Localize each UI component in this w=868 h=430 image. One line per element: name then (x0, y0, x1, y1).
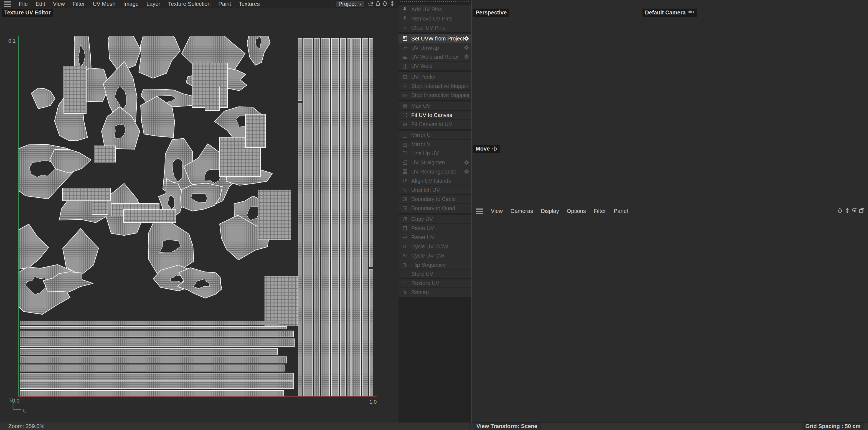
reset-icon: ↩ (401, 234, 409, 241)
command-fit-canvas-to-uv[interactable]: ⊞Fit Canvas to UV (399, 120, 471, 129)
uv-editor-pane: 0,1 V 0,0 1,0 U (0, 0, 399, 423)
command-reset-uv[interactable]: ↩Reset UV (399, 233, 471, 242)
menu-panel[interactable]: Panel (610, 207, 632, 215)
command-max-uv[interactable]: ⊠Max UV (399, 101, 471, 110)
command-uv-unwrap[interactable]: ▱UV Unwrap (399, 43, 471, 52)
command-label: Copy UV (411, 216, 433, 222)
viewport-label: Perspective (473, 9, 509, 17)
command-unstitch-uv[interactable]: ∿Unstitch UV (399, 185, 471, 194)
menu-view[interactable]: View (49, 0, 69, 8)
command-cycle-uv-ccw[interactable]: ↺Cycle UV CCW (399, 242, 471, 251)
command-label: Reset UV (411, 234, 434, 241)
command-label: Unstitch UV (411, 187, 440, 193)
command-line-up-uv[interactable]: Line Up UV (399, 149, 471, 158)
command-remap[interactable]: ↯Remap... (399, 288, 471, 297)
zoom-icon[interactable] (389, 0, 396, 7)
command-uv-weld-and-relax[interactable]: UV Weld and Relax (399, 52, 471, 61)
command-label: Set UVW from Projection (411, 35, 464, 42)
command-label: Start Interactive Mapping (411, 83, 469, 89)
histogram-icon[interactable] (367, 0, 374, 7)
camera-label[interactable]: Default Camera (643, 9, 697, 17)
weld-icon: [{ (401, 63, 409, 69)
svg-text:0,1: 0,1 (8, 38, 16, 44)
camera-icon (688, 9, 694, 16)
menu-paint[interactable]: Paint (214, 0, 235, 8)
store-icon: ↓ (401, 271, 409, 277)
command-align-uv-islands[interactable]: ↺Align UV Islands (399, 176, 471, 185)
menu-texture-selection[interactable]: Texture Selection (164, 0, 214, 8)
gear-icon[interactable] (464, 160, 469, 165)
paste-icon (401, 225, 409, 231)
command-uv-weld[interactable]: [{UV Weld (399, 62, 471, 70)
zoom-icon[interactable] (844, 207, 851, 214)
maximize-icon[interactable] (858, 207, 865, 214)
command-flip-sequence[interactable]: ⇅Flip Sequence (399, 260, 471, 269)
lock-icon[interactable] (374, 0, 381, 7)
command-label: UV Peeler (411, 74, 436, 80)
fituv-icon (401, 112, 409, 118)
align-icon: ↺ (401, 178, 409, 184)
command-label: Stop Interactive Mapping (411, 92, 469, 98)
menu-image[interactable]: Image (119, 0, 143, 8)
command-stop-interactive-mapping[interactable]: ⊘Stop Interactive Mapping (399, 91, 471, 99)
menu-layer[interactable]: Layer (143, 0, 164, 8)
grid-spacing-status: Grid Spacing : 50 cm (802, 423, 864, 430)
command-store-uv[interactable]: ↓Store UV (399, 270, 471, 278)
menu-textures[interactable]: Textures (235, 0, 264, 8)
command-mirror-v[interactable]: ▤Mirror V (399, 140, 471, 149)
command-uv-straighten[interactable]: UV Straighten (399, 158, 471, 167)
menu-display[interactable]: Display (537, 207, 563, 215)
project-dropdown-value: Project (339, 1, 356, 7)
menu-cameras[interactable]: Cameras (507, 207, 537, 215)
command-start-interactive-mapping[interactable]: ▷Start Interactive Mapping (399, 82, 471, 90)
command-restore-uv[interactable]: ↑Restore UV (399, 279, 471, 287)
gear-icon[interactable] (464, 169, 469, 174)
menu-uv-mesh[interactable]: UV Mesh (89, 0, 119, 8)
command-label: Cycle UV CCW (411, 243, 448, 250)
command-add-uv-pins[interactable]: Add UV Pins (399, 5, 471, 14)
command-paste-uv[interactable]: Paste UV (399, 224, 471, 233)
pan-icon[interactable] (381, 0, 389, 7)
pan-icon[interactable] (836, 207, 844, 214)
menu-file[interactable]: File (15, 0, 32, 8)
command-label: Remap... (411, 289, 433, 296)
command-label: Line Up UV (411, 150, 439, 157)
menu-filter[interactable]: Filter (69, 0, 89, 8)
uv-canvas[interactable]: 0,1 V 0,0 1,0 U (0, 0, 399, 423)
command-mirror-u[interactable]: ◫Mirror U (399, 130, 471, 140)
ban-icon: ⊘ (401, 92, 409, 98)
command-boundary-to-quad[interactable]: Boundary to Quad (399, 204, 471, 213)
gear-icon[interactable] (464, 45, 469, 51)
bodypaint-app: 0,1 V 0,0 1,0 U FileEditViewFilterUV Mes… (0, 0, 868, 430)
bquad-icon (401, 206, 409, 211)
command-remove-uv-pins[interactable]: Remove UV Pins (399, 14, 471, 23)
menu-edit[interactable]: Edit (32, 0, 49, 8)
flip-icon: ⇅ (401, 262, 409, 268)
menu-filter[interactable]: Filter (590, 207, 610, 215)
orbit-icon[interactable] (851, 207, 858, 214)
command-uv-peeler[interactable]: ⊟UV Peeler (399, 72, 471, 81)
command-copy-uv[interactable]: Copy UV (399, 215, 471, 223)
project-dropdown[interactable]: Project ▾ (336, 1, 364, 7)
iron-icon (401, 54, 409, 60)
command-fit-uv-to-canvas[interactable]: Fit UV to Canvas (399, 111, 471, 120)
gear-icon[interactable] (464, 54, 469, 60)
command-label: Boundary to Quad (411, 205, 455, 212)
command-uv-rectangularize[interactable]: UV Rectangularize (399, 167, 471, 176)
hamburger-menu-icon[interactable] (476, 209, 483, 214)
command-boundary-to-circle[interactable]: Boundary to Circle (399, 195, 471, 204)
command-set-uvw-from-projection[interactable]: Set UVW from Projection (399, 34, 471, 43)
zoom-status: Zoom: 259.0% (0, 423, 469, 429)
menu-view[interactable]: View (487, 207, 507, 215)
menu-options[interactable]: Options (563, 207, 590, 215)
viewport-menu: ViewCamerasDisplayOptionsFilterPanel (487, 207, 632, 215)
viewport-menubar: ViewCamerasDisplayOptionsFilterPanel (471, 0, 868, 423)
command-cycle-uv-cw[interactable]: ↻Cycle UV CW (399, 251, 471, 260)
status-bar: Zoom: 259.0% View Transform: Scene Grid … (0, 423, 868, 430)
uv-islands[interactable] (4, 17, 373, 398)
command-clear-uv-pins[interactable]: ×Clear UV Pins (399, 23, 471, 32)
palette-grip[interactable] (400, 1, 470, 4)
gear-icon[interactable] (464, 36, 469, 41)
hamburger-menu-icon[interactable] (4, 1, 11, 7)
command-label: Clear UV Pins (411, 25, 445, 31)
